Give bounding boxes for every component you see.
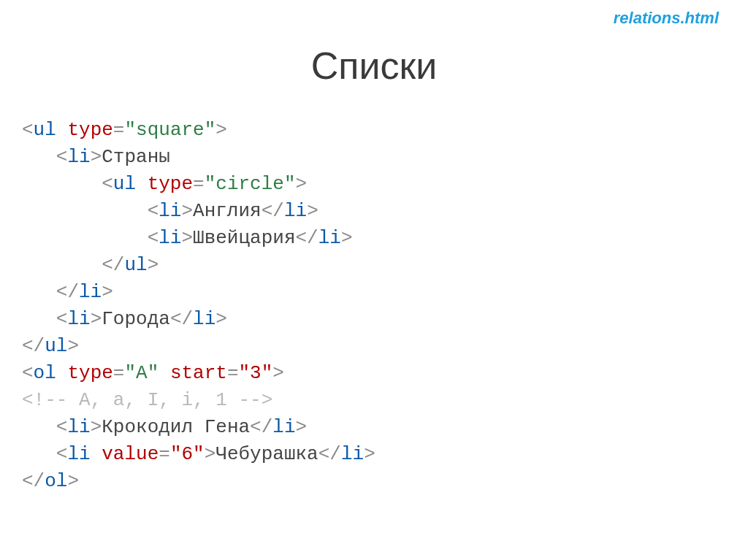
code-token: > [181,200,193,222]
code-token: < [22,173,113,195]
code-token: "3" [239,362,273,384]
code-token: "square" [124,119,215,141]
code-token: = [193,173,205,195]
code-token: li [159,227,181,249]
code-token: value [102,443,159,465]
code-line: <ul type="square"> [22,117,375,144]
page-title: Списки [0,44,748,88]
code-line: <li value="6">Чебурашка</li> [22,441,375,468]
code-line: <li>Страны [22,144,375,171]
code-token: Крокодил Гена [102,416,250,438]
code-token: "circle" [205,173,296,195]
code-line: </ol> [22,468,375,495]
code-token: "A" [124,362,159,384]
code-token: > [215,308,227,330]
code-token: > [91,416,102,438]
code-token: > [205,443,216,465]
code-token: </ [22,254,124,276]
code-line: <li>Города</li> [22,306,375,333]
code-token: li [67,443,90,465]
code-line: <li>Швейцария</li> [22,225,375,252]
code-token: ul [34,119,56,141]
code-token: </ [296,227,318,249]
code-line: <!-- A, a, I, i, 1 --> [22,387,375,414]
code-line: </ul> [22,252,375,279]
code-token: li [193,308,215,330]
code-token: </ [22,470,45,492]
code-token [159,362,170,384]
code-token: > [91,146,102,168]
code-token: </ [318,443,341,465]
code-token: type [67,362,112,384]
code-token: </ [262,200,284,222]
code-token: li [67,308,90,330]
code-token: Города [102,308,170,330]
code-block: <ul type="square"> <li>Страны <ul type="… [22,117,375,495]
code-token: li [341,443,364,465]
code-token: > [341,227,353,249]
code-token: type [148,173,193,195]
code-token: ol [45,470,67,492]
code-token: ol [34,362,56,384]
code-token: li [67,416,90,438]
slide: relations.html Списки <ul type="square">… [0,0,748,560]
code-line: <li>Англия</li> [22,198,375,225]
code-token: </ [22,281,79,303]
code-token: start [170,362,227,384]
code-token: </ [250,416,272,438]
code-token: < [22,443,67,465]
file-link: relations.html [614,9,719,28]
code-token: li [79,281,102,303]
code-token: = [159,443,170,465]
code-token: li [284,200,307,222]
code-token: Швейцария [193,227,295,249]
code-token: < [22,308,67,330]
code-token: li [318,227,341,249]
code-token: > [91,308,102,330]
code-line: <li>Крокодил Гена</li> [22,414,375,441]
code-token: < [22,200,159,222]
code-token: > [296,173,308,195]
code-token: < [22,416,67,438]
code-token: < [22,146,67,168]
code-token: > [102,281,113,303]
code-token: > [215,119,227,141]
code-token: </ [170,308,193,330]
code-token: = [227,362,239,384]
code-token: li [67,146,90,168]
code-token: > [67,335,79,357]
code-line: </ul> [22,333,375,360]
code-token [56,362,68,384]
code-token: = [113,119,125,141]
code-token: Страны [102,146,170,168]
code-token: > [181,227,193,249]
code-token: li [159,200,181,222]
code-token: > [67,470,79,492]
code-token: </ [22,335,45,357]
code-line: </li> [22,279,375,306]
code-token: > [296,416,308,438]
code-token: > [272,362,284,384]
code-token: < [22,362,34,384]
code-token: = [113,362,125,384]
code-token [56,119,68,141]
code-line: <ul type="circle"> [22,171,375,198]
code-token: ul [113,173,136,195]
code-token: Чебурашка [215,443,318,465]
code-token: "6" [170,443,205,465]
code-token: <!-- A, a, I, i, 1 --> [22,389,272,411]
code-token: < [22,119,34,141]
code-line: <ol type="A" start="3"> [22,360,375,387]
code-token [136,173,148,195]
code-token: ul [124,254,147,276]
code-token: ul [45,335,67,357]
code-token: < [22,227,159,249]
code-token: > [148,254,159,276]
code-token: > [307,200,318,222]
code-token: > [364,443,375,465]
code-token: type [67,119,112,141]
code-token: Англия [193,200,262,222]
code-token: li [272,416,295,438]
code-token [91,443,102,465]
